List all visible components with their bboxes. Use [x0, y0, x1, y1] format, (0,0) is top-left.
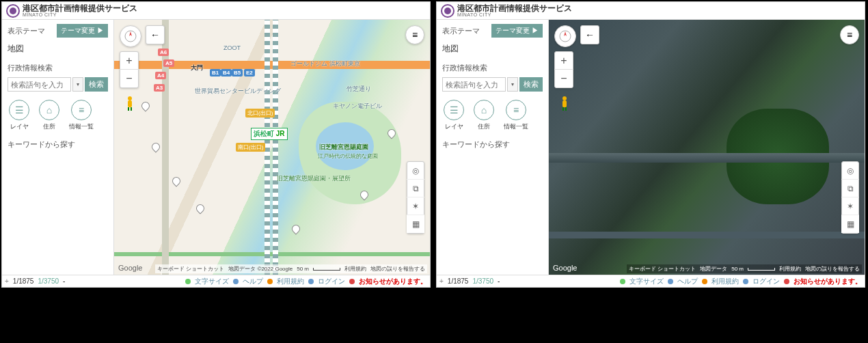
footer-help[interactable]: ヘルプ	[677, 277, 698, 286]
svg-rect-4	[131, 107, 132, 111]
subway-a5: A5	[163, 59, 174, 67]
terms-link[interactable]: 利用規約	[779, 265, 801, 273]
theme-label: 表示テーマ	[442, 26, 480, 36]
menu-button[interactable]: ≡	[405, 25, 424, 44]
expand-button[interactable]: +	[5, 277, 9, 285]
footer-notice[interactable]: お知らせがあります。	[794, 277, 862, 286]
footer-notice[interactable]: お知らせがあります。	[359, 277, 427, 286]
wtc-label: 世界貿易センタービルディング	[195, 87, 281, 96]
scale-secondary: 1/3750	[38, 277, 59, 285]
zoom-out-button[interactable]: −	[120, 70, 139, 87]
svg-rect-7	[562, 100, 567, 107]
kbd-shortcut-link[interactable]: キーボード ショートカット	[157, 265, 224, 273]
tool-locate[interactable]: ◎	[407, 162, 424, 180]
keyword-label: キーワードから探す	[8, 139, 108, 150]
search-button[interactable]: 検索	[85, 77, 108, 92]
footer-terms[interactable]: 利用規約	[711, 277, 739, 286]
zoom-in-button[interactable]: +	[554, 52, 573, 70]
subway-a6: A6	[158, 49, 169, 56]
search-input[interactable]	[8, 77, 71, 92]
tool-settings[interactable]: ✶	[841, 197, 859, 215]
app-title: 港区都市計画情報提供サービス	[23, 4, 137, 12]
svg-rect-8	[562, 107, 564, 111]
keyword-label: キーワードから探す	[442, 139, 543, 150]
tool-settings[interactable]: ✶	[407, 197, 424, 215]
home-icon: ⌂	[39, 100, 59, 120]
theme-change-button[interactable]: テーマ変更 ▶	[491, 24, 543, 38]
tool-grid[interactable]: ▦	[407, 215, 424, 233]
subway-b4: B4	[221, 69, 232, 77]
scale-primary: 1/1875	[13, 277, 34, 285]
tool-grid[interactable]: ▦	[841, 215, 859, 233]
tool-address[interactable]: ⌂住所	[39, 100, 59, 131]
map-attribution: キーボード ショートカット 地図データ ©2022 Google 50 m 利用…	[155, 264, 427, 273]
report-link[interactable]: 地図の誤りを報告する	[370, 265, 425, 273]
subway-b1: B1	[210, 69, 221, 77]
bullet-icon	[668, 279, 673, 284]
satellite-highway	[549, 232, 865, 238]
bullet-icon	[308, 279, 314, 284]
footer-fontsize[interactable]: 文字サイズ	[195, 277, 229, 286]
bullet-icon	[743, 279, 748, 284]
footer-login[interactable]: ログイン	[752, 277, 780, 286]
tool-info-list[interactable]: ≡情報一覧	[504, 100, 528, 131]
svg-point-1	[128, 96, 132, 100]
tool-layer[interactable]: ☰レイヤ	[9, 100, 29, 131]
footer-terms[interactable]: 利用規約	[277, 277, 304, 286]
footer-dash: -	[63, 277, 65, 285]
footer-fontsize[interactable]: 文字サイズ	[629, 277, 664, 286]
kbd-shortcut-link[interactable]: キーボード ショートカット	[629, 265, 696, 273]
search-dropdown-icon[interactable]: ▾	[507, 77, 518, 92]
back-button[interactable]: ←	[146, 25, 165, 44]
scale-label: 50 m	[731, 266, 744, 272]
compass-icon[interactable]	[120, 25, 141, 47]
app-right: 港区都市計画情報提供サービス MINATO CITY 表示テーマ テーマ変更 ▶…	[436, 1, 865, 288]
menu-button[interactable]: ≡	[840, 25, 859, 44]
zoom-control: + −	[120, 51, 139, 88]
tool-address[interactable]: ⌂住所	[474, 100, 494, 131]
sidebar: 表示テーマ テーマ変更 ▶ 地図 行政情報検索 ▾ 検索 ☰レイヤ ⌂住所 ≡情…	[437, 20, 549, 275]
search-button[interactable]: 検索	[519, 77, 543, 92]
map-canvas-satellite[interactable]: ← ≡ + − ◎ ⧉ ✶ ▦ Google キーボード ショートカット 地図デ…	[549, 20, 865, 275]
tool-locate[interactable]: ◎	[841, 162, 859, 180]
daimon-label: 大門	[191, 64, 203, 72]
theme-change-button[interactable]: テーマ変更 ▶	[57, 24, 108, 38]
report-link[interactable]: 地図の誤りを報告する	[805, 265, 860, 273]
svg-point-6	[562, 96, 567, 100]
mapdata-label: 地図データ ©2022 Google	[228, 265, 293, 273]
zoom-in-button[interactable]: +	[120, 52, 139, 70]
logo-icon	[441, 4, 455, 18]
pegman-icon[interactable]	[124, 95, 136, 111]
search-dropdown-icon[interactable]: ▾	[72, 77, 83, 92]
back-button[interactable]: ←	[580, 25, 599, 44]
pegman-icon[interactable]	[558, 95, 571, 111]
pavilion-label: 旧芝離宮恩賜庭園・展望所	[277, 174, 351, 183]
scalebar-icon	[313, 268, 340, 271]
layer-icon: ☰	[9, 100, 29, 120]
map-canvas-street[interactable]: 浜松町 JR 北口(出口) 南口(出口) 旧芝離宮恩賜庭園 江戸時代の伝統的な庭…	[114, 20, 430, 275]
tool-copy[interactable]: ⧉	[841, 180, 859, 197]
right-tool-stack: ◎ ⧉ ✶ ▦	[407, 161, 424, 234]
theme-label: 表示テーマ	[8, 26, 45, 36]
tool-layer[interactable]: ☰レイヤ	[444, 100, 464, 131]
search-input[interactable]	[442, 77, 506, 92]
list-icon: ≡	[71, 100, 92, 120]
zoom-out-button[interactable]: −	[554, 70, 573, 87]
tool-info-list[interactable]: ≡情報一覧	[69, 100, 94, 131]
footer-help[interactable]: ヘルプ	[243, 277, 263, 286]
app-subtitle: MINATO CITY	[23, 12, 137, 17]
tool-copy[interactable]: ⧉	[407, 180, 424, 197]
bullet-icon	[233, 279, 239, 284]
expand-button[interactable]: +	[439, 277, 444, 285]
terms-link[interactable]: 利用規約	[344, 265, 366, 273]
google-logo: Google	[553, 264, 577, 272]
google-logo: Google	[118, 264, 142, 272]
takeshiba-label: 竹芝通り	[347, 85, 371, 94]
zoom-control: + −	[554, 51, 573, 88]
map-attribution: キーボード ショートカット 地図データ 50 m 利用規約 地図の誤りを報告する	[627, 264, 862, 273]
bullet-icon	[185, 279, 191, 284]
sidebar: 表示テーマ テーマ変更 ▶ 地図 行政情報検索 ▾ 検索 ☰レイヤ ⌂住所 ≡情…	[2, 20, 114, 275]
footer-login[interactable]: ログイン	[318, 277, 345, 286]
canon-label: キヤノン電子ビル	[333, 102, 382, 111]
compass-icon[interactable]	[554, 25, 576, 47]
